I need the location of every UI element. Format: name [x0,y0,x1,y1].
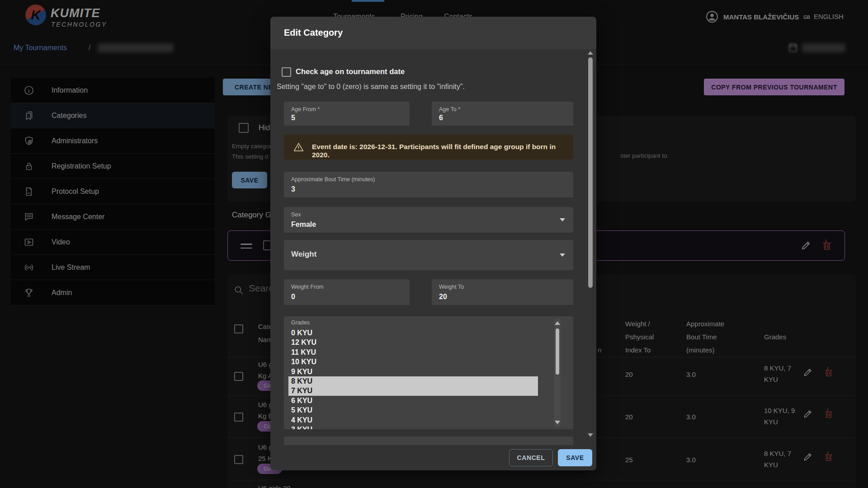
weight-from-field[interactable]: Weight From 0 [284,279,410,305]
grade-option[interactable]: 3 KYU [288,425,538,429]
cancel-button[interactable]: CANCEL [509,449,553,466]
chevron-down-icon [560,253,565,257]
grade-option[interactable]: 0 KYU [288,328,538,338]
age-to-value: 6 [439,114,443,122]
grades-label: Grades [291,319,310,326]
weight-from-label: Weight From [291,284,323,290]
weight-to-value: 20 [439,293,447,301]
app-screen: K KUMITE TECHNOLOGY Tournaments Pricing … [0,0,868,488]
weight-select[interactable]: Weight [284,240,573,270]
event-date-warning: Event date is: 2026-12-31. Participants … [284,134,573,160]
weight-to-label: Weight To [439,284,464,290]
age-from-label: Age From * [291,106,320,113]
scrollbar-thumb[interactable] [556,328,559,375]
modal-footer: CANCEL SAVE [270,445,596,470]
warning-icon [293,141,304,153]
grade-option[interactable]: 10 KYU [288,357,538,366]
modal-scrollbar[interactable] [587,49,594,445]
scroll-up-icon[interactable] [555,321,560,325]
partial-field [284,436,573,445]
bout-time-value: 3 [291,185,295,193]
chevron-down-icon [560,218,565,221]
warning-text: Event date is: 2026-12-31. Participants … [312,143,573,159]
weight-select-label: Weight [291,250,316,259]
save-button[interactable]: SAVE [558,449,592,466]
sex-select[interactable]: Sex Female [284,207,573,233]
grade-option-selected[interactable]: 8 KYU [288,376,538,386]
edit-category-modal: Edit Category Check age on tournament da… [270,17,596,470]
grade-option[interactable]: 5 KYU [288,405,538,415]
age-to-field[interactable]: Age To * 6 [432,102,573,126]
age-from-value: 5 [291,114,295,122]
scrollbar-thumb[interactable] [588,57,593,288]
age-note: Setting "age to" to 0 (zero) is same as … [277,83,465,91]
scroll-up-icon[interactable] [588,51,593,55]
grades-scrollbar[interactable] [554,319,561,427]
scroll-down-icon[interactable] [555,421,560,424]
age-to-label: Age To * [439,106,460,113]
grade-option[interactable]: 12 KYU [288,338,538,347]
sex-label: Sex [291,211,301,218]
age-from-field[interactable]: Age From * 5 [284,102,410,126]
weight-from-value: 0 [291,293,295,301]
grades-listbox[interactable]: Grades 0 KYU 12 KYU 11 KYU 10 KYU 9 KYU … [284,316,573,429]
modal-title: Edit Category [284,28,343,38]
modal-header: Edit Category [270,17,596,49]
weight-to-field[interactable]: Weight To 20 [432,279,573,305]
grade-option[interactable]: 4 KYU [288,415,538,425]
grade-option[interactable]: 9 KYU [288,367,538,376]
check-age-label: Check age on tournament date [296,67,405,76]
bout-time-field[interactable]: Approximate Bout Time (minutes) 3 [284,172,573,197]
sex-value: Female [291,221,316,229]
check-age-checkbox[interactable] [282,67,291,77]
bout-time-label: Approximate Bout Time (minutes) [291,176,375,183]
grade-option-selected[interactable]: 7 KYU [288,386,538,395]
scroll-down-icon[interactable] [588,433,593,437]
grade-option[interactable]: 11 KYU [288,347,538,357]
grade-option[interactable]: 6 KYU [288,396,538,405]
